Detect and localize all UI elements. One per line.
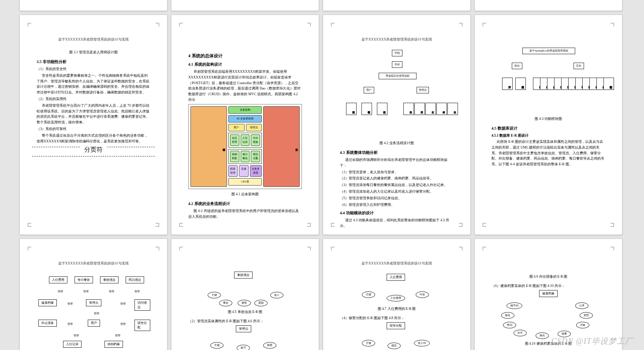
er-diagram-checkin: 入住费用 主键 入住费用 年份 — [340, 274, 454, 304]
paragraph: （2）管理员实体属性的 E-R 图如下图 4.6 所示： — [188, 319, 302, 324]
paragraph: 通过前期的市场调研和分析得出养老院管理平台的总体功能模块如下： — [340, 157, 454, 169]
paragraph: 此模块 E-R 图的设计主要是实现实体和属性之间的管理，以及表与表之间的关联，通… — [491, 139, 605, 168]
paragraph: 整个系统通过前后台不分离的方式合理的区分各个角色的业务功能，使用XXXXXXX框… — [37, 133, 150, 145]
module-diagram: 基于SpringBoot的养老院管理系统 前台 后台 用户管理 系统信息管理 事… — [491, 48, 605, 114]
architecture-diagram: 前端展示层 业务架构 PC业务逻辑层 用户 管理员 信息管理 入住记录 外出报备… — [188, 104, 302, 189]
page-2: 4 系统的总体设计 4.1 系统的架构设计 养老院管理系统后端采用XXXXXXX… — [171, 15, 319, 235]
flow-diagram: 开始 登录 养老院后台管理流程 用户 管理员 管理员信息 公告栏信息管理 系统管… — [340, 50, 454, 138]
paragraph: （6）健康档案实体的 E-R 图如下图 4.10 所示： — [491, 283, 605, 289]
figure-caption: 图 3.1 管理员及老人用例设计图 — [37, 50, 150, 55]
page-7: 基于XXXXXXX养老院管理系统的设计与实现 入住费用 主键 入住费用 年份 图… — [323, 238, 471, 350]
section-heading: 4.5.1 数据库 E-R 图设计 — [491, 133, 605, 138]
page-top-sliver — [474, 0, 622, 11]
paragraph: 图 4-2 所描述的是养老院管理系统中的用户和管理员的登录流程以及进入系统后的功… — [188, 209, 302, 220]
page-header: 基于XXXXXXX养老院管理系统的设计与实现 — [37, 37, 150, 42]
paragraph: 养老院管理系统后端采用XXXXXXXXX框架开发。前端使用XXXXXXXXXX框… — [188, 69, 302, 103]
sub-title: （2）系统的实用性 — [37, 97, 150, 102]
page-6: 事故信息 主键 事故 类型 原因 老人 图 4.5 事故信息 E-R 图 （2）… — [171, 238, 319, 350]
page-3: 基于XXXXXXX养老院管理系统的设计与实现 开始 登录 养老院后台管理流程 用… — [323, 15, 471, 235]
page-top-sliver — [323, 0, 471, 11]
er-diagram-admin: 管理员 主键 账号 权限 — [188, 325, 302, 350]
page-5: 基于XXXXXXX养老院管理系统的设计与实现 入住费用 每日餐饮 事故信息 药品… — [19, 238, 168, 350]
list-item: （2）管理员登记老人的健康档案、病例档案、药品信息等。 — [340, 176, 454, 182]
page-top-sliver — [171, 0, 319, 11]
figure-caption: 图 4.7 入住费用的 E-R 图 — [340, 306, 454, 311]
page-4: 基于SpringBoot的养老院管理系统 前台 后台 用户管理 系统信息管理 事… — [474, 15, 622, 235]
er-diagram-accident: 事故信息 主键 事故 类型 原因 老人 — [188, 272, 302, 307]
er-diagram-dorm: 寝室分配 主键 寝室 老人ID — [340, 322, 454, 349]
section-heading: 3.5 非功能性分析 — [37, 59, 150, 65]
paragraph: 安全性是系统的重要衡量标准之一。个性化购物商务系统中粗粒及到了用户、管理员等敏私… — [37, 73, 150, 96]
page-header: 基于XXXXXXX养老院管理系统的设计与实现 — [340, 261, 454, 266]
sub-title: （1）系统的安全性 — [37, 67, 150, 72]
list-item: （1）管理员登录，老人添加与登录。 — [340, 170, 454, 175]
figure-caption: 图 4.9 外出报备的 E-R 图 — [491, 274, 605, 279]
page-1: 基于XXXXXXX养老院管理系统的设计与实现 图 3.1 管理员及老人用例设计图… — [19, 15, 168, 235]
arch-side-left: 前端展示层 — [190, 106, 227, 187]
list-item: （4）管理员添加老人的入住记录以及对老人进行寝室分配。 — [340, 189, 454, 195]
page-break-label: 分页符 — [81, 146, 106, 153]
page-break-line — [32, 156, 155, 156]
watermark: CSDN @IT毕设梦工厂 — [551, 336, 633, 346]
section-heading: 4.5 数据库设计 — [491, 126, 605, 131]
er-diagram-health: 健康档案 编号ID 姓名 性别 出生 身高 体重 过敏 血型 心率 — [491, 290, 605, 339]
page-top-sliver — [19, 0, 168, 11]
section-heading: 4.2 系统的业务流程设计 — [188, 201, 302, 207]
section-heading: 4.1 系统的架构设计 — [188, 62, 302, 67]
paragraph: 养老院管理系统平台面向了广大的国内老年人员，上至 70 岁都可以轻松使用该系统。… — [37, 103, 150, 126]
section-heading: 4.3 系统整体功能分析 — [340, 150, 454, 156]
section-heading: 4.4 功能模块的设计 — [340, 210, 454, 216]
section-heading: 4 系统的总体设计 — [188, 53, 302, 59]
figure-caption: 图 4.3 功能模块图 — [491, 116, 605, 121]
overall-er-diagram: 入住费用 每日餐饮 事故信息 药品信息 管理 管理 管理 管理 管理员 健康档案… — [37, 274, 150, 344]
page-8: 图 4.9 外出报备的 E-R 图 （6）健康档案实体的 E-R 图如下图 4.… — [474, 238, 622, 350]
paragraph: 通过 4.3 功能具体描述后，得到此系统整体的功能模块图如下 4.3 所示。 — [340, 218, 454, 229]
figure-caption: 图 4.5 事故信息 E-R 图 — [188, 309, 302, 314]
sub-title: （3）系统的可靠性 — [37, 127, 150, 132]
arch-side-right: 数据层 — [263, 106, 300, 187]
figure-caption: 图 4.2 业务流程设计图 — [340, 141, 454, 145]
list-item: （5）管理员管理事故和访问记录信息。 — [340, 196, 454, 201]
list-item: （3）管理员添加每日餐饮的餐饮菜品信息，以及登记老人外出记录。 — [340, 182, 454, 188]
list-item: （6）管理员管理入住和护理费用。 — [340, 202, 454, 208]
page-header: 基于XXXXXXX养老院管理系统的设计与实现 — [37, 261, 150, 266]
paragraph: （4）寝室分配的 E-R 图如下图 4.8 所示： — [340, 316, 454, 321]
page-grid: 基于XXXXXXX养老院管理系统的设计与实现 图 3.1 管理员及老人用例设计图… — [0, 0, 642, 350]
page-header: 基于XXXXXXX养老院管理系统的设计与实现 — [340, 37, 454, 42]
figure-caption: 图 4.1 总体架构图 — [188, 192, 302, 197]
